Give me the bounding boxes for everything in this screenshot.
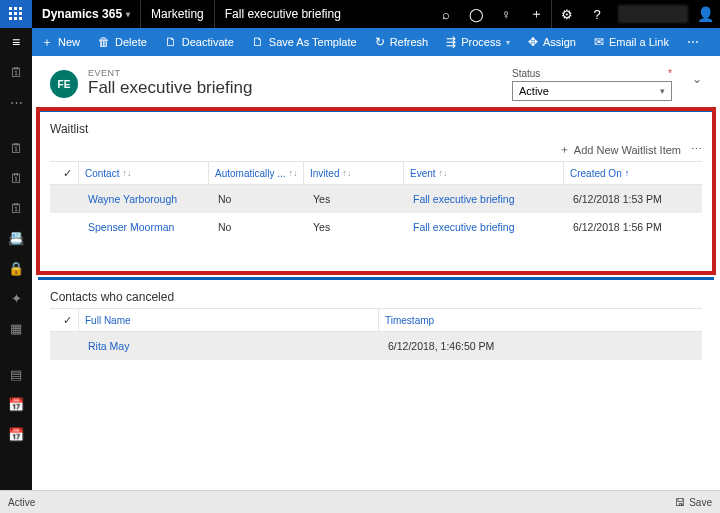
cell-invited: Yes [303, 193, 403, 205]
delete-button[interactable]: 🗑Delete [89, 28, 156, 56]
nav-item-recent-icon[interactable]: 🗓 [6, 62, 26, 82]
record-badge: FE [50, 70, 78, 98]
product-name: Dynamics 365 [42, 7, 122, 21]
save-as-template-label: Save As Template [269, 36, 357, 48]
more-commands-button[interactable]: ⋯ [678, 28, 708, 56]
gear-icon[interactable]: ⚙ [552, 0, 582, 28]
help-icon[interactable]: ? [582, 0, 612, 28]
record-header: FE EVENT Fall executive briefing Status … [32, 56, 720, 109]
refresh-button[interactable]: ↻Refresh [366, 28, 438, 56]
assign-button[interactable]: ✥Assign [519, 28, 585, 56]
template-icon: 🗋 [252, 35, 264, 49]
add-icon[interactable]: ＋ [521, 0, 551, 28]
table-row[interactable]: Wayne Yarborough No Yes Fall executive b… [50, 185, 702, 213]
cell-auto: No [208, 193, 303, 205]
waffle-icon [9, 7, 23, 21]
product-switcher[interactable]: Dynamics 365 ▾ [32, 7, 140, 21]
user-avatar[interactable]: 👤 [694, 3, 716, 25]
email-link-button[interactable]: ✉Email a Link [585, 28, 678, 56]
col-invited[interactable]: Invited↑↓ [303, 162, 403, 184]
add-waitlist-item-button[interactable]: ＋ Add New Waitlist Item [559, 142, 681, 157]
save-as-template-button[interactable]: 🗋Save As Template [243, 28, 366, 56]
ellipsis-icon: ⋯ [687, 35, 699, 49]
entity-label: EVENT [88, 68, 512, 78]
save-button[interactable]: 🖫 Save [675, 497, 712, 508]
contact-link[interactable]: Spenser Moorman [78, 221, 208, 233]
sort-icon: ↑↓ [289, 168, 298, 178]
nav-item-date-icon[interactable]: 📅 [6, 394, 26, 414]
search-icon[interactable]: ⌕ [431, 0, 461, 28]
nav-item-panel-icon[interactable]: ▤ [6, 364, 26, 384]
col-event[interactable]: Event↑↓ [403, 162, 563, 184]
sort-icon: ↑↓ [122, 168, 131, 178]
status-bar: Active 🖫 Save [0, 490, 720, 513]
command-bar: ≡ ＋New 🗑Delete 🗋Deactivate 🗋Save As Temp… [0, 28, 720, 56]
nav-item-contact-icon[interactable]: 📇 [6, 228, 26, 248]
lightbulb-icon[interactable]: ♀ [491, 0, 521, 28]
sort-icon: ↑↓ [439, 168, 448, 178]
status-select[interactable]: Active ▾ [512, 81, 672, 101]
content-area: FE EVENT Fall executive briefing Status … [32, 56, 720, 490]
nav-item-grid-icon[interactable]: ▦ [6, 318, 26, 338]
delete-label: Delete [115, 36, 147, 48]
grid-more-button[interactable]: ⋯ [691, 143, 702, 156]
col-created[interactable]: Created On↑ [563, 162, 702, 184]
trash-icon: 🗑 [98, 35, 110, 49]
waitlist-header-row: ✓ Contact↑↓ Automatically ...↑↓ Invited↑… [50, 161, 702, 185]
col-contact[interactable]: Contact↑↓ [78, 162, 208, 184]
new-button[interactable]: ＋New [32, 28, 89, 56]
breadcrumb-context[interactable]: Fall executive briefing [215, 7, 351, 21]
add-waitlist-label: Add New Waitlist Item [574, 144, 681, 156]
deactivate-button[interactable]: 🗋Deactivate [156, 28, 243, 56]
module-name[interactable]: Marketing [141, 7, 214, 21]
process-label: Process [461, 36, 501, 48]
process-button[interactable]: ⇶Process▾ [437, 28, 519, 56]
sort-icon: ↑ [625, 168, 630, 178]
contact-link[interactable]: Wayne Yarborough [78, 193, 208, 205]
nav-item-calendar3-icon[interactable]: 🗓 [6, 198, 26, 218]
col-timestamp[interactable]: Timestamp [378, 309, 702, 331]
nav-item-calendar2-icon[interactable]: 🗓 [6, 168, 26, 188]
nav-item-date2-icon[interactable]: 📅 [6, 424, 26, 444]
cell-invited: Yes [303, 221, 403, 233]
refresh-label: Refresh [390, 36, 429, 48]
expand-header-button[interactable]: ⌄ [692, 68, 702, 86]
select-all-checkbox[interactable]: ✓ [50, 162, 78, 184]
select-all-checkbox[interactable]: ✓ [50, 309, 78, 331]
table-row[interactable]: Rita May 6/12/2018, 1:46:50 PM [50, 332, 702, 360]
assign-icon: ✥ [528, 35, 538, 49]
nav-item-chart-icon[interactable]: ✦ [6, 288, 26, 308]
task-icon[interactable]: ◯ [461, 0, 491, 28]
tenant-name[interactable] [618, 5, 688, 23]
cell-created: 6/12/2018 1:53 PM [563, 193, 702, 205]
left-nav-rail: 🗓 ⋯ 🗓 🗓 🗓 📇 🔒 ✦ ▦ ▤ 📅 📅 [0, 56, 32, 490]
cell-created: 6/12/2018 1:56 PM [563, 221, 702, 233]
app-launcher-button[interactable] [0, 0, 32, 28]
process-icon: ⇶ [446, 35, 456, 49]
table-row[interactable]: Spenser Moorman No Yes Fall executive br… [50, 213, 702, 241]
event-link[interactable]: Fall executive briefing [403, 221, 563, 233]
plus-icon: ＋ [41, 34, 53, 51]
chevron-down-icon: ▾ [660, 86, 665, 96]
new-label: New [58, 36, 80, 48]
nav-item-lock-icon[interactable]: 🔒 [6, 258, 26, 278]
nav-item-calendar-icon[interactable]: 🗓 [6, 138, 26, 158]
email-icon: ✉ [594, 35, 604, 49]
event-link[interactable]: Fall executive briefing [403, 193, 563, 205]
save-label: Save [689, 497, 712, 508]
nav-item-more-icon[interactable]: ⋯ [6, 92, 26, 112]
contact-link[interactable]: Rita May [78, 340, 378, 352]
required-indicator: * [668, 68, 672, 79]
col-auto[interactable]: Automatically ...↑↓ [208, 162, 303, 184]
chevron-down-icon: ▾ [126, 10, 130, 19]
canceled-title: Contacts who canceled [50, 290, 702, 304]
chevron-down-icon: ▾ [506, 38, 510, 47]
canceled-panel: Contacts who canceled ✓ Full Name Timest… [38, 277, 714, 372]
email-link-label: Email a Link [609, 36, 669, 48]
save-icon: 🖫 [675, 497, 685, 508]
plus-icon: ＋ [559, 142, 570, 157]
navigation-toggle[interactable]: ≡ [0, 28, 32, 56]
sort-icon: ↑↓ [342, 168, 351, 178]
col-full-name[interactable]: Full Name [78, 309, 378, 331]
status-bar-state: Active [8, 497, 35, 508]
